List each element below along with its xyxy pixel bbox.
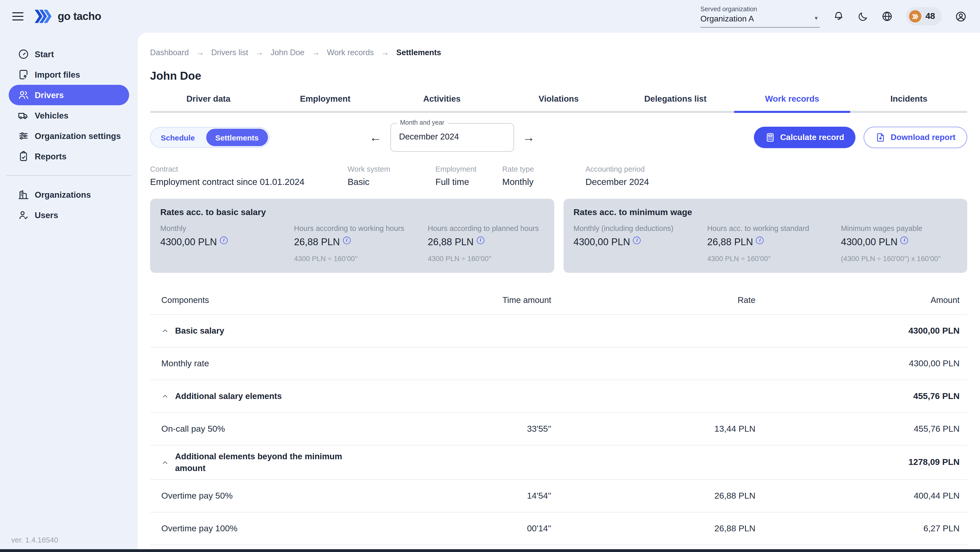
credits-count: 48	[925, 11, 935, 21]
tab-delegations-list[interactable]: Delegations list	[617, 94, 734, 111]
info-label: Contract	[150, 165, 348, 173]
tab-activities[interactable]: Activities	[383, 94, 500, 111]
group-label: Additional elements beyond the minimum a…	[175, 451, 358, 474]
component-label: On-call pay 50%	[161, 424, 225, 434]
sidebar-item-users[interactable]: Users	[9, 205, 129, 225]
contract-info-rate-type: Rate typeMonthly	[502, 165, 585, 188]
info-label: Rate type	[502, 165, 585, 173]
tab-incidents[interactable]: Incidents	[851, 94, 967, 111]
main-content: Dashboard→Drivers list→John Doe→Work rec…	[138, 33, 980, 552]
sidebar-item-label: Reports	[35, 152, 67, 161]
tab-violations[interactable]: Violations	[500, 94, 617, 111]
view-toggle: ScheduleSettlements	[150, 127, 269, 148]
top-bar: go tacho Served organization Organizatio…	[0, 0, 980, 33]
breadcrumb-arrow-icon: →	[196, 48, 204, 57]
brand-logo: go tacho	[35, 10, 101, 23]
time-amount: 33'55''	[408, 424, 551, 434]
info-value: Monthly	[502, 177, 585, 188]
info-icon[interactable]: i	[633, 236, 641, 244]
info-value: Full time	[435, 177, 502, 188]
sidebar-item-label: Drivers	[35, 90, 64, 100]
served-organization-select[interactable]: Served organization Organization A ▼	[700, 5, 820, 27]
credits-badge[interactable]: 48	[906, 7, 942, 26]
sidebar-item-import-files[interactable]: Import files	[9, 64, 129, 85]
rate-value: 4300,00 PLNi	[573, 236, 707, 248]
sidebar-item-label: Organizations	[35, 190, 91, 199]
month-year-label: Month and year	[397, 119, 447, 126]
truck-icon	[18, 110, 29, 121]
menu-icon[interactable]	[12, 12, 24, 21]
bottom-edge-bar	[0, 549, 980, 552]
gauge-icon	[18, 48, 29, 60]
group-label: Additional salary elements	[175, 390, 282, 402]
month-navigator: ← Month and year December 2024 →	[369, 123, 535, 152]
toolbar: ScheduleSettlements ← Month and year Dec…	[150, 123, 967, 152]
rate-card-title: Rates acc. to minimum wage	[573, 207, 957, 218]
info-icon[interactable]: i	[343, 236, 351, 244]
rate-value: 26,88 PLNi	[428, 236, 544, 248]
info-icon[interactable]: i	[220, 236, 228, 244]
tab-driver-data[interactable]: Driver data	[150, 94, 267, 111]
breadcrumb-item-john-doe[interactable]: John Doe	[270, 48, 304, 57]
month-year-field[interactable]: Month and year December 2024	[390, 123, 514, 152]
app-window: go tacho Served organization Organizatio…	[0, 0, 980, 552]
toggle-option-settlements[interactable]: Settlements	[206, 129, 268, 146]
sidebar-item-organizations[interactable]: Organizations	[9, 184, 129, 205]
page-title: John Doe	[150, 70, 967, 83]
rate-value: 4300,00 PLNi	[841, 236, 957, 248]
sidebar: StartImport filesDriversVehiclesOrganiza…	[0, 33, 138, 552]
info-label: Work system	[348, 165, 435, 173]
language-globe-icon[interactable]	[881, 11, 893, 22]
brand-name: go tacho	[58, 10, 101, 22]
tab-employment[interactable]: Employment	[267, 94, 383, 111]
sidebar-item-label: Users	[35, 210, 58, 220]
component-label: Overtime pay 100%	[161, 523, 238, 534]
tab-work-records[interactable]: Work records	[734, 94, 850, 111]
download-report-button[interactable]: Download report	[864, 127, 967, 148]
breadcrumb-item-dashboard[interactable]: Dashboard	[150, 48, 189, 57]
drivers-icon	[18, 89, 29, 101]
sidebar-item-reports[interactable]: Reports	[9, 146, 129, 166]
sidebar-item-label: Import files	[35, 70, 80, 80]
info-icon[interactable]: i	[477, 236, 484, 244]
rate-value: 13,44 PLN	[551, 424, 756, 434]
building-icon	[18, 189, 29, 200]
rate-item-hours-according-to-planned-hours: Hours according to planned hours26,88 PL…	[428, 224, 544, 263]
breadcrumb-item-drivers-list[interactable]: Drivers list	[211, 48, 248, 57]
rate-label: Minimum wages payable	[841, 224, 957, 233]
sidebar-item-organization-settings[interactable]: Organization settings	[9, 126, 129, 146]
table-row-overtime-pay-50: Overtime pay 50%14'54''26,88 PLN400,44 P…	[150, 480, 967, 512]
table-group-row-additional-elements-beyond-the-minimum-amount[interactable]: Additional elements beyond the minimum a…	[150, 445, 967, 480]
rate-label: Monthly (including deductions)	[573, 224, 707, 233]
info-value: December 2024	[585, 177, 649, 188]
dark-mode-moon-icon[interactable]	[858, 11, 868, 22]
rate-label: Hours according to working hours	[294, 224, 428, 233]
sidebar-item-vehicles[interactable]: Vehicles	[9, 105, 129, 126]
previous-month-arrow-icon[interactable]: ←	[369, 131, 382, 144]
breadcrumb-item-work-records[interactable]: Work records	[327, 48, 374, 57]
settlement-table: ComponentsTime amountRateAmount Basic sa…	[150, 295, 967, 552]
column-header-components: Components	[161, 295, 408, 305]
column-header-amount: Amount	[756, 295, 959, 305]
notifications-bell-icon[interactable]	[833, 11, 844, 22]
table-group-row-basic-salary[interactable]: Basic salary4300,00 PLN	[150, 315, 967, 348]
file-import-icon	[18, 69, 29, 80]
next-month-arrow-icon[interactable]: →	[522, 131, 535, 144]
calculate-record-label: Calculate record	[780, 133, 844, 142]
account-icon[interactable]	[955, 11, 967, 22]
info-label: Accounting period	[585, 165, 649, 173]
rate-item-hours-acc-to-working-standard: Hours acc. to working standard26,88 PLNi…	[707, 224, 841, 263]
table-group-row-additional-salary-elements[interactable]: Additional salary elements455,76 PLN	[150, 380, 967, 413]
calculate-record-button[interactable]: Calculate record	[754, 127, 856, 148]
sidebar-item-start[interactable]: Start	[9, 44, 129, 64]
toggle-option-schedule[interactable]: Schedule	[151, 129, 204, 146]
amount-value: 6,27 PLN	[756, 523, 959, 534]
tab-bar: Driver dataEmploymentActivitiesViolation…	[150, 94, 967, 113]
info-icon[interactable]: i	[900, 236, 908, 244]
chevron-up-icon	[161, 327, 169, 335]
sidebar-item-drivers[interactable]: Drivers	[9, 85, 129, 105]
served-organization-value: Organization A	[700, 14, 820, 23]
rate-cards: Rates acc. to basic salaryMonthly4300,00…	[150, 199, 967, 273]
chevron-down-icon: ▼	[814, 15, 819, 21]
info-icon[interactable]: i	[756, 236, 764, 244]
